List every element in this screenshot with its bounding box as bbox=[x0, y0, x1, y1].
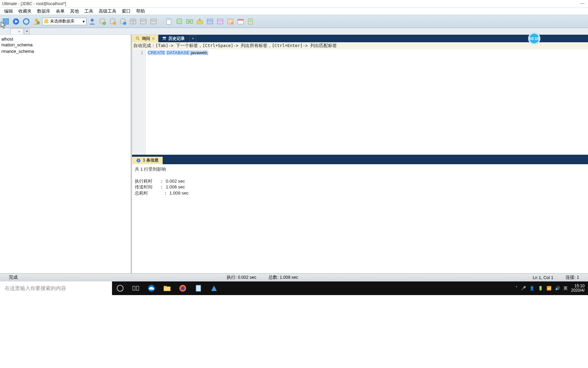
menu-edit[interactable]: 编辑 bbox=[1, 7, 16, 15]
sql-keyword: DATABASE bbox=[166, 50, 189, 55]
tree-item[interactable]: rmance_schema bbox=[0, 48, 131, 54]
svg-rect-0 bbox=[3, 18, 9, 24]
close-icon[interactable]: ✕ bbox=[18, 30, 20, 33]
window-title: Ultimate - [JDBC - root@localhost*] bbox=[2, 1, 66, 6]
history-icon bbox=[162, 36, 167, 41]
menu-window[interactable]: 窗口 bbox=[119, 7, 133, 15]
query-new-icon[interactable] bbox=[165, 17, 174, 26]
svg-line-43 bbox=[138, 39, 140, 40]
autocomplete-hint: 自动完成：[Tab]-> 下一个标签，[Ctrl+Space]-> 列出所有标签… bbox=[132, 42, 588, 49]
close-icon[interactable]: ✕ bbox=[152, 36, 155, 41]
db-refresh-icon[interactable] bbox=[118, 17, 127, 26]
new-connection-icon[interactable] bbox=[1, 17, 10, 26]
messages-tab[interactable]: i 1 条信息 bbox=[132, 157, 163, 164]
svg-point-36 bbox=[231, 22, 233, 24]
svg-marker-57 bbox=[211, 286, 217, 291]
database-selector-text: 未选择数据库 bbox=[50, 18, 75, 24]
db-edit-icon[interactable] bbox=[108, 17, 117, 26]
user-manage-icon[interactable] bbox=[88, 17, 97, 26]
svg-point-3 bbox=[23, 18, 29, 24]
svg-rect-38 bbox=[238, 19, 244, 20]
minimize-button[interactable]: — bbox=[580, 1, 585, 6]
db-add-icon[interactable]: + bbox=[98, 17, 107, 26]
sql-keyword: CREATE bbox=[148, 50, 165, 55]
tray-people-icon[interactable]: 👤 bbox=[529, 286, 535, 291]
svg-rect-53 bbox=[164, 286, 167, 287]
svg-rect-33 bbox=[217, 19, 223, 24]
edge-icon[interactable] bbox=[144, 281, 159, 295]
schema-icon[interactable] bbox=[216, 17, 225, 26]
svg-rect-45 bbox=[163, 37, 166, 38]
notepad-icon[interactable] bbox=[191, 281, 206, 295]
main-toolbar: 未选择数据库 ▾ + bbox=[0, 15, 588, 28]
svg-rect-56 bbox=[196, 285, 201, 291]
svg-point-15 bbox=[123, 21, 126, 25]
tray-ime[interactable]: 英 bbox=[564, 286, 568, 291]
svg-point-6 bbox=[37, 21, 40, 24]
cortana-icon[interactable] bbox=[112, 281, 128, 295]
tree-item[interactable]: mation_schema bbox=[0, 42, 131, 48]
tab-history[interactable]: 历史记录 bbox=[158, 35, 188, 42]
status-pos: Ln 1, Col 1 bbox=[527, 275, 559, 280]
tray-battery-icon[interactable]: 🔋 bbox=[538, 286, 543, 291]
svg-rect-50 bbox=[136, 286, 139, 290]
database-selector[interactable]: 未选择数据库 ▾ bbox=[42, 18, 86, 25]
connection-tabs: ✕ + bbox=[0, 28, 588, 35]
status-left: 完成 bbox=[3, 275, 220, 280]
query-icon bbox=[135, 36, 140, 41]
schedule-icon[interactable] bbox=[236, 17, 245, 26]
tray-volume-icon[interactable]: 🔊 bbox=[555, 286, 560, 291]
svg-point-55 bbox=[181, 286, 185, 290]
export-icon[interactable] bbox=[206, 17, 214, 26]
menu-database[interactable]: 数据库 bbox=[34, 7, 53, 15]
user-icon[interactable] bbox=[32, 17, 41, 26]
backup-icon[interactable] bbox=[226, 17, 235, 26]
table-icon[interactable] bbox=[129, 17, 137, 26]
query-sync-icon[interactable] bbox=[185, 17, 194, 26]
connection-tab[interactable]: ✕ bbox=[10, 28, 23, 34]
sql-editor[interactable]: 1 CREATE DATABASE javaweb; bbox=[132, 49, 588, 155]
svg-marker-30 bbox=[198, 18, 201, 20]
task-view-icon[interactable] bbox=[128, 281, 144, 295]
title-bar: Ultimate - [JDBC - root@localhost*] — bbox=[0, 0, 588, 7]
sql-text: javaweb; bbox=[190, 50, 208, 55]
execute-icon[interactable] bbox=[12, 17, 20, 26]
menu-bar: 编辑 收藏夹 数据库 表单 其他 工具 高级工具 窗口 帮助 bbox=[0, 7, 588, 15]
report-icon[interactable] bbox=[246, 17, 255, 26]
add-query-tab-button[interactable]: + bbox=[190, 35, 196, 42]
firefox-icon[interactable] bbox=[175, 281, 191, 295]
svg-text:i: i bbox=[138, 159, 139, 162]
menu-help[interactable]: 帮助 bbox=[133, 7, 148, 15]
refresh-icon[interactable] bbox=[22, 17, 31, 26]
app-icon[interactable] bbox=[206, 281, 222, 295]
menu-favorites[interactable]: 收藏夹 bbox=[16, 7, 34, 15]
add-tab-button[interactable]: + bbox=[24, 29, 30, 34]
tray-mic-icon[interactable]: 🎤 bbox=[521, 286, 526, 291]
menu-tools[interactable]: 工具 bbox=[82, 7, 96, 15]
tray-clock[interactable]: 15:10 2020/4/ bbox=[571, 284, 585, 293]
windows-taskbar: 在这里输入你要搜索的内容 ˄ 🎤 👤 🔋 📶 🔊 英 15:10 2020/4/ bbox=[0, 281, 588, 295]
tree-item[interactable]: alhost bbox=[0, 36, 131, 42]
table-edit-icon[interactable] bbox=[149, 17, 158, 26]
schema-tree[interactable]: alhost mation_schema rmance_schema bbox=[0, 35, 132, 273]
query-run-icon[interactable] bbox=[175, 17, 184, 26]
line-gutter: 1 bbox=[132, 49, 146, 155]
tab-history-label: 历史记录 bbox=[168, 36, 185, 42]
tray-chevron-icon[interactable]: ˄ bbox=[516, 286, 518, 291]
menu-advanced[interactable]: 高级工具 bbox=[96, 7, 119, 15]
svg-rect-24 bbox=[167, 19, 170, 20]
tray-wifi-icon[interactable]: 📶 bbox=[546, 286, 552, 291]
tab-query[interactable]: 询问 ✕ bbox=[132, 35, 158, 42]
svg-rect-21 bbox=[151, 19, 157, 24]
svg-text:+: + bbox=[103, 22, 105, 25]
search-placeholder: 在这里输入你要搜索的内容 bbox=[5, 285, 66, 292]
svg-rect-29 bbox=[197, 21, 203, 24]
menu-other[interactable]: 其他 bbox=[67, 7, 82, 15]
menu-table[interactable]: 表单 bbox=[53, 7, 67, 15]
table-add-icon[interactable] bbox=[139, 17, 148, 26]
messages-panel: 共 1 行受到影响 执行耗时 : 0.002 sec 传送时间 : 1.006 … bbox=[132, 164, 588, 274]
windows-search-input[interactable]: 在这里输入你要搜索的内容 bbox=[0, 281, 112, 295]
import-icon[interactable] bbox=[195, 17, 204, 26]
explorer-icon[interactable] bbox=[159, 281, 175, 295]
svg-point-13 bbox=[113, 21, 116, 25]
